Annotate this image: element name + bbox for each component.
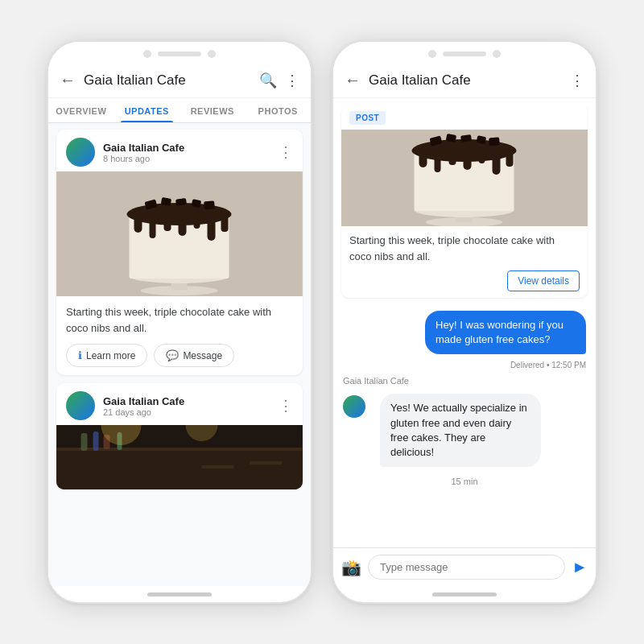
reply-bubble: Yes! We actually specialize in gluten fr…	[380, 394, 541, 467]
home-indicator-right	[432, 592, 497, 597]
svg-rect-46	[489, 137, 500, 146]
info-icon: ℹ	[78, 349, 82, 361]
phone-right: ← Gaia Italian Cafe ⋮ POST	[332, 40, 597, 604]
phone-left: ← Gaia Italian Cafe 🔍 ⋮ OVERVIEW UPDATES…	[47, 40, 312, 604]
card-1-name: Gaia Italian Cafe	[103, 142, 279, 154]
camera2-left	[208, 50, 216, 58]
message-icon: 💬	[166, 349, 179, 361]
chat-area: Hey! I was wondering if you made gluten …	[333, 304, 596, 547]
avatar-1	[66, 138, 95, 167]
send-icon[interactable]: ►	[572, 558, 588, 576]
tab-photos[interactable]: PHOTOS	[246, 98, 312, 122]
attach-icon[interactable]: 📸	[341, 558, 361, 577]
svg-rect-27	[202, 465, 234, 469]
card-1-body: Starting this week, triple chocolate cak…	[56, 296, 303, 375]
time-divider: 15 min	[343, 473, 586, 489]
svg-rect-19	[57, 449, 303, 489]
delivered-label: Delivered • 12:50 PM	[343, 361, 586, 369]
app-header-right: ← Gaia Italian Cafe ⋮	[333, 63, 596, 98]
card-2-header: Gaia Italian Cafe 21 days ago ⋮	[56, 383, 303, 425]
home-indicator-left	[147, 592, 212, 597]
svg-rect-21	[81, 433, 88, 451]
header-title-left: Gaia Italian Cafe	[84, 72, 251, 89]
phone-content-right: ← Gaia Italian Cafe ⋮ POST	[333, 63, 596, 586]
tab-updates[interactable]: UPDATES	[114, 98, 180, 122]
card-1: Gaia Italian Cafe 8 hours ago ⋮	[56, 130, 303, 375]
phone-bottom-bar-right	[333, 586, 596, 602]
search-icon-left[interactable]: 🔍	[259, 72, 277, 89]
reply-wrap: Yes! We actually specialize in gluten fr…	[343, 394, 586, 467]
camera2-right	[493, 50, 501, 58]
learn-more-label: Learn more	[86, 350, 135, 361]
back-button-left[interactable]: ←	[60, 71, 76, 89]
svg-rect-17	[204, 200, 215, 209]
tab-reviews[interactable]: REVIEWS	[180, 98, 246, 122]
camera-left	[143, 50, 151, 58]
card-2: Gaia Italian Cafe 21 days ago ⋮	[56, 383, 303, 489]
card-2-name: Gaia Italian Cafe	[103, 395, 279, 407]
feed-left: Gaia Italian Cafe 8 hours ago ⋮	[48, 123, 311, 586]
chat-post-text: Starting this week, triple chocolate cak…	[349, 233, 580, 264]
message-input[interactable]	[368, 555, 565, 580]
phone-bottom-bar-left	[48, 586, 311, 602]
back-button-right[interactable]: ←	[345, 71, 361, 89]
svg-rect-28	[250, 461, 283, 464]
chat-post-body: Starting this week, triple chocolate cak…	[341, 226, 588, 298]
header-title-right: Gaia Italian Cafe	[369, 72, 562, 89]
post-tag: POST	[349, 111, 386, 125]
avatar-2	[66, 391, 95, 420]
speaker-right	[443, 52, 486, 56]
phone-content-left: ← Gaia Italian Cafe 🔍 ⋮ OVERVIEW UPDATES…	[48, 63, 311, 586]
menu-icon-left[interactable]: ⋮	[285, 72, 299, 89]
scene: ← Gaia Italian Cafe 🔍 ⋮ OVERVIEW UPDATES…	[47, 40, 597, 604]
card-2-menu[interactable]: ⋮	[279, 397, 293, 415]
avatar-chat	[343, 395, 365, 418]
svg-point-41	[412, 139, 517, 162]
chat-input-bar: 📸 ►	[333, 547, 596, 586]
card-1-text: Starting this week, triple chocolate cak…	[66, 304, 293, 336]
message-label: Message	[183, 350, 222, 361]
card-1-time: 8 hours ago	[103, 154, 279, 163]
sender-name-label: Gaia Italian Cafe	[343, 376, 586, 386]
tab-overview[interactable]: OVERVIEW	[48, 98, 114, 122]
svg-point-12	[127, 203, 232, 225]
card-1-meta: Gaia Italian Cafe 8 hours ago	[103, 142, 279, 163]
phone-top-bar-left	[48, 42, 311, 63]
app-header-left: ← Gaia Italian Cafe 🔍 ⋮	[48, 63, 311, 98]
card-1-image	[56, 171, 303, 296]
card-2-meta: Gaia Italian Cafe 21 days ago	[103, 395, 279, 417]
card-2-image	[56, 425, 303, 489]
card-2-time: 21 days ago	[103, 407, 279, 417]
phone-top-bar-right	[333, 42, 596, 63]
chat-post-image	[341, 130, 588, 226]
tabs-left: OVERVIEW UPDATES REVIEWS PHOTOS	[48, 98, 311, 123]
user-message-bubble: Hey! I was wondering if you made gluten …	[425, 311, 586, 354]
message-button[interactable]: 💬 Message	[154, 344, 234, 367]
chat-post-card: POST	[341, 105, 588, 298]
card-1-actions: ℹ Learn more 💬 Message	[66, 344, 293, 367]
speaker-left	[158, 52, 201, 56]
learn-more-button[interactable]: ℹ Learn more	[66, 344, 147, 367]
camera-right	[428, 50, 436, 58]
card-1-menu[interactable]: ⋮	[279, 143, 293, 161]
svg-rect-22	[93, 431, 99, 451]
card-1-header: Gaia Italian Cafe 8 hours ago ⋮	[56, 130, 303, 171]
view-details-button[interactable]: View details	[507, 270, 580, 291]
menu-icon-right[interactable]: ⋮	[570, 72, 584, 89]
